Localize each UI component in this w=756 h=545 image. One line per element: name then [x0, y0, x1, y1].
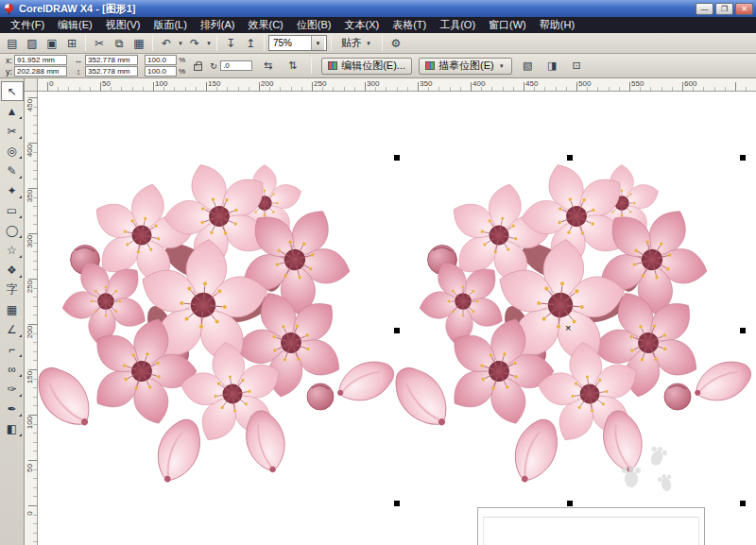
menu-layout[interactable]: 版面(L) [146, 17, 193, 33]
basic-shapes-tool[interactable]: ❖ [1, 260, 24, 280]
chevron-down-icon[interactable]: ▾ [311, 36, 324, 50]
watermark-paws [614, 432, 680, 498]
menu-window[interactable]: 窗口(W) [482, 17, 533, 33]
ruler-origin-corner[interactable] [25, 78, 38, 92]
undo-button[interactable]: ↶ [157, 34, 176, 52]
paste-button[interactable]: ▦ [129, 34, 148, 52]
import-button[interactable]: ↧ [221, 34, 240, 52]
chevron-down-icon: ▾ [498, 62, 506, 70]
menu-file[interactable]: 文件(F) [4, 17, 51, 33]
ruler-label: 250 [26, 281, 34, 294]
trace-bitmap-button[interactable]: 描摹位图(E) ▾ [419, 58, 512, 75]
x-label: x: [4, 56, 12, 65]
text-tool[interactable]: 字 [1, 280, 24, 299]
percent-label: % [179, 67, 185, 76]
title-bar[interactable]: CorelDRAW X4 - [图形1] — ❐ ✕ [0, 0, 756, 17]
selection-center-mark[interactable]: × [565, 323, 571, 333]
menu-arrange[interactable]: 排列(A) [194, 17, 242, 33]
ruler-label: 200 [26, 326, 34, 339]
selection-handle-bottom-right[interactable] [740, 501, 746, 506]
cut-button[interactable]: ✂ [90, 34, 109, 52]
percent-label: % [179, 56, 185, 64]
copy-button[interactable]: ⧉ [110, 34, 129, 52]
scale-factor-group: 100.0 % 100.0 % [145, 55, 185, 77]
ruler-label: 0 [26, 507, 34, 520]
selection-handle-middle-right[interactable] [740, 328, 746, 333]
close-button[interactable]: ✕ [735, 3, 753, 15]
selection-handle-bottom-middle[interactable] [567, 501, 573, 506]
polygon-tool[interactable]: ☆ [1, 240, 24, 260]
menu-effects[interactable]: 效果(C) [242, 17, 290, 33]
menu-view[interactable]: 视图(V) [99, 17, 147, 33]
zoom-tool[interactable]: ◎ [1, 141, 24, 161]
bitmap-color-mask-button[interactable]: ◨ [543, 58, 561, 75]
selection-handle-top-left[interactable] [394, 155, 400, 161]
eyedropper-tool[interactable]: ✑ [1, 379, 24, 399]
pick-tool[interactable]: ↖ [1, 81, 24, 101]
mirror-horizontal-button[interactable]: ⇆ [259, 58, 277, 75]
selection-handle-bottom-left[interactable] [394, 501, 400, 506]
menu-text[interactable]: 文本(X) [337, 17, 386, 33]
object-width-field[interactable]: 352.778 mm [85, 55, 138, 65]
mirror-vertical-button[interactable]: ⇅ [284, 58, 301, 75]
rectangle-tool[interactable]: ▭ [1, 200, 24, 220]
menu-bitmaps[interactable]: 位图(B) [290, 17, 338, 33]
resample-bitmap-button[interactable]: ▧ [519, 58, 537, 75]
redo-dropdown-icon[interactable]: ▾ [205, 40, 213, 47]
menu-edit[interactable]: 编辑(E) [51, 17, 99, 33]
snap-to-button[interactable]: 贴齐 ▾ [335, 35, 378, 52]
x-position-field[interactable]: 91.952 mm [14, 55, 67, 65]
export-button[interactable]: ↥ [241, 34, 260, 52]
shape-tool[interactable]: ▲ [1, 101, 24, 121]
menu-tools[interactable]: 工具(O) [433, 17, 482, 33]
ruler-label: 100 [155, 79, 167, 88]
ruler-label: 250 [314, 79, 326, 88]
undo-dropdown-icon[interactable]: ▾ [177, 40, 184, 47]
table-tool[interactable]: ▦ [1, 299, 24, 319]
menu-table[interactable]: 表格(T) [386, 17, 433, 33]
selection-handle-top-middle[interactable] [567, 155, 573, 161]
zoom-level-combo[interactable]: ▾ [268, 35, 327, 51]
y-label: y: [4, 67, 12, 77]
object-height-field[interactable]: 352.778 mm [85, 66, 138, 77]
minimize-button[interactable]: — [696, 3, 713, 15]
smart-drawing-tool[interactable]: ✦ [1, 180, 24, 200]
edit-bitmap-button[interactable]: 编辑位图(E)... [321, 58, 412, 75]
page-options-button[interactable]: ⊡ [568, 58, 586, 75]
dimension-tool[interactable]: ∠ [1, 319, 24, 339]
selection-handle-top-right[interactable] [740, 155, 746, 161]
scale-x-field[interactable]: 100.0 [145, 55, 177, 65]
horizontal-ruler[interactable]: 050100150200250300350400450500550600 [38, 78, 756, 92]
y-position-field[interactable]: 202.288 mm [14, 66, 67, 77]
artwork-left-cluster[interactable] [38, 145, 400, 489]
ellipse-tool[interactable]: ◯ [1, 220, 24, 240]
drawing-canvas[interactable]: × [38, 92, 756, 545]
scale-y-field[interactable]: 100.0 [145, 66, 177, 77]
artwork-right-cluster[interactable] [385, 145, 756, 489]
standard-toolbar: ▤ ▨ ▣ ⊞ ✂ ⧉ ▦ ↶ ▾ ↷ ▾ ↧ ↥ ▾ 贴齐 ▾ ⚙ [0, 33, 756, 54]
options-button[interactable]: ⚙ [387, 34, 405, 52]
redo-button[interactable]: ↷ [185, 34, 204, 52]
outline-tool[interactable]: ✒ [1, 399, 24, 418]
selection-handle-middle-left[interactable] [394, 328, 400, 333]
bitmap-icon [425, 61, 435, 70]
new-document-button[interactable]: ▤ [3, 34, 22, 52]
vertical-ruler[interactable]: 450400350300250200150100500 [25, 92, 38, 545]
save-button[interactable]: ▣ [43, 34, 61, 52]
print-button[interactable]: ⊞ [62, 34, 81, 52]
maximize-button[interactable]: ❐ [715, 3, 733, 15]
freehand-tool[interactable]: ✎ [1, 161, 24, 180]
crop-tool[interactable]: ✂ [1, 121, 24, 141]
blend-tool[interactable]: ∞ [1, 359, 24, 379]
rotation-angle-field[interactable]: .0 [220, 60, 252, 71]
menu-help[interactable]: 帮助(H) [533, 17, 581, 33]
object-size-group: ↔ 352.778 mm ↕ 352.778 mm [74, 55, 138, 77]
open-button[interactable]: ▨ [23, 34, 42, 52]
ruler-label: 100 [26, 417, 34, 430]
snap-to-label: 贴齐 [341, 36, 362, 50]
rotate-icon: ↻ [209, 61, 218, 71]
zoom-level-input[interactable] [269, 38, 311, 48]
lock-ratio-icon[interactable] [194, 64, 202, 71]
connector-tool[interactable]: ⌐ [1, 339, 24, 359]
fill-tool[interactable]: ◧ [1, 418, 24, 438]
